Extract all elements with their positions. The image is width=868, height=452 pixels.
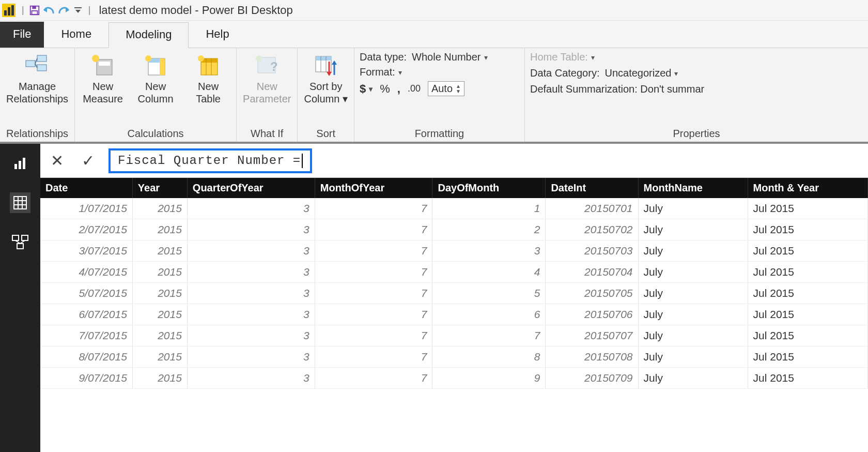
format-dropdown[interactable]: Format: [360, 66, 402, 78]
table-cell[interactable]: 3 [187, 325, 315, 346]
table-cell[interactable]: July [638, 325, 748, 346]
table-cell[interactable]: 8 [432, 346, 546, 368]
tab-file[interactable]: File [0, 22, 44, 48]
table-cell[interactable]: July [638, 198, 748, 219]
table-row[interactable]: 9/07/2015201537920150709JulyJul 2015 [40, 368, 868, 389]
table-cell[interactable]: Jul 2015 [748, 262, 867, 283]
new-table-button[interactable]: New Table [185, 51, 231, 105]
table-row[interactable]: 6/07/2015201537620150706JulyJul 2015 [40, 304, 868, 325]
column-header[interactable]: Month & Year [748, 178, 867, 198]
manage-relationships-button[interactable]: Manage Relationships [5, 51, 69, 105]
decimal-places-input[interactable]: Auto ▲▼ [428, 81, 464, 96]
table-cell[interactable]: 7 [315, 304, 432, 325]
table-cell[interactable]: 3 [187, 346, 315, 368]
table-cell[interactable]: 1 [432, 198, 546, 219]
table-cell[interactable]: 20150708 [546, 346, 638, 368]
table-cell[interactable]: 20150704 [546, 262, 638, 283]
table-cell[interactable]: July [638, 283, 748, 304]
table-cell[interactable]: 2015 [132, 198, 187, 219]
data-category-dropdown[interactable]: Uncategorized [605, 67, 678, 79]
table-cell[interactable]: 3/07/2015 [40, 240, 132, 262]
table-cell[interactable]: 7 [315, 325, 432, 346]
column-header[interactable]: QuarterOfYear [187, 178, 315, 198]
table-row[interactable]: 1/07/2015201537120150701JulyJul 2015 [40, 198, 868, 219]
table-cell[interactable]: 6 [432, 304, 546, 325]
column-header[interactable]: Year [132, 178, 187, 198]
table-cell[interactable]: Jul 2015 [748, 368, 867, 389]
table-cell[interactable]: 7 [315, 219, 432, 240]
comma-button[interactable]: , [397, 82, 400, 96]
customize-qat-icon[interactable] [71, 3, 85, 18]
table-cell[interactable]: Jul 2015 [748, 283, 867, 304]
table-cell[interactable]: 20150703 [546, 240, 638, 262]
table-row[interactable]: 4/07/2015201537420150704JulyJul 2015 [40, 262, 868, 283]
tab-help[interactable]: Help [189, 22, 246, 48]
table-cell[interactable]: 2 [432, 219, 546, 240]
table-cell[interactable]: 20150701 [546, 198, 638, 219]
tab-home[interactable]: Home [44, 22, 109, 48]
table-cell[interactable]: 7 [432, 325, 546, 346]
table-cell[interactable]: 2015 [132, 219, 187, 240]
table-cell[interactable]: 2015 [132, 283, 187, 304]
table-cell[interactable]: 3 [432, 240, 546, 262]
table-cell[interactable]: 2015 [132, 304, 187, 325]
table-cell[interactable]: 2015 [132, 240, 187, 262]
table-cell[interactable]: 3 [187, 262, 315, 283]
table-cell[interactable]: 2/07/2015 [40, 219, 132, 240]
table-row[interactable]: 7/07/2015201537720150707JulyJul 2015 [40, 325, 868, 346]
table-cell[interactable]: July [638, 368, 748, 389]
table-cell[interactable]: 5 [432, 283, 546, 304]
column-header[interactable]: DateInt [546, 178, 638, 198]
table-cell[interactable]: 7 [315, 283, 432, 304]
table-cell[interactable]: 1/07/2015 [40, 198, 132, 219]
percent-button[interactable]: % [380, 82, 390, 96]
table-cell[interactable]: 7 [315, 262, 432, 283]
table-cell[interactable]: 3 [187, 283, 315, 304]
table-cell[interactable]: 7 [315, 240, 432, 262]
table-row[interactable]: 8/07/2015201537820150708JulyJul 2015 [40, 346, 868, 368]
table-cell[interactable]: 7 [315, 198, 432, 219]
table-cell[interactable]: 2015 [132, 325, 187, 346]
table-cell[interactable]: 2015 [132, 368, 187, 389]
spinner-icon[interactable]: ▲▼ [456, 84, 461, 94]
table-cell[interactable]: 20150706 [546, 304, 638, 325]
column-header[interactable]: DayOfMonth [432, 178, 546, 198]
table-cell[interactable]: 4 [432, 262, 546, 283]
new-column-button[interactable]: New Column [133, 51, 178, 105]
table-row[interactable]: 3/07/2015201537320150703JulyJul 2015 [40, 240, 868, 262]
table-cell[interactable]: Jul 2015 [748, 240, 867, 262]
sort-by-column-button[interactable]: Sort by Column ▾ [303, 51, 348, 105]
table-cell[interactable]: July [638, 219, 748, 240]
table-cell[interactable]: 6/07/2015 [40, 304, 132, 325]
table-cell[interactable]: 3 [187, 304, 315, 325]
table-cell[interactable]: 3 [187, 198, 315, 219]
table-cell[interactable]: 20150707 [546, 325, 638, 346]
table-cell[interactable]: 2015 [132, 262, 187, 283]
table-cell[interactable]: Jul 2015 [748, 346, 867, 368]
table-cell[interactable]: 7 [315, 346, 432, 368]
table-cell[interactable]: 7/07/2015 [40, 325, 132, 346]
save-icon[interactable] [27, 3, 42, 18]
table-cell[interactable]: 4/07/2015 [40, 262, 132, 283]
data-view-icon[interactable] [10, 192, 30, 213]
undo-icon[interactable] [42, 3, 56, 18]
table-cell[interactable]: Jul 2015 [748, 198, 867, 219]
table-cell[interactable]: 3 [187, 368, 315, 389]
table-cell[interactable]: 9 [432, 368, 546, 389]
table-cell[interactable]: 20150705 [546, 283, 638, 304]
currency-button[interactable]: $ [360, 82, 373, 96]
model-view-icon[interactable] [10, 232, 30, 252]
table-cell[interactable]: 3 [187, 240, 315, 262]
table-cell[interactable]: 2015 [132, 346, 187, 368]
table-cell[interactable]: July [638, 304, 748, 325]
table-cell[interactable]: 20150702 [546, 219, 638, 240]
table-cell[interactable]: Jul 2015 [748, 219, 867, 240]
column-header[interactable]: Date [40, 178, 132, 198]
formula-input[interactable]: Fiscal Quarter Number = [109, 148, 312, 173]
column-header[interactable]: MonthName [638, 178, 748, 198]
table-cell[interactable]: 9/07/2015 [40, 368, 132, 389]
table-cell[interactable]: 20150709 [546, 368, 638, 389]
new-measure-button[interactable]: New Measure [80, 51, 126, 105]
table-cell[interactable]: July [638, 346, 748, 368]
table-cell[interactable]: Jul 2015 [748, 304, 867, 325]
